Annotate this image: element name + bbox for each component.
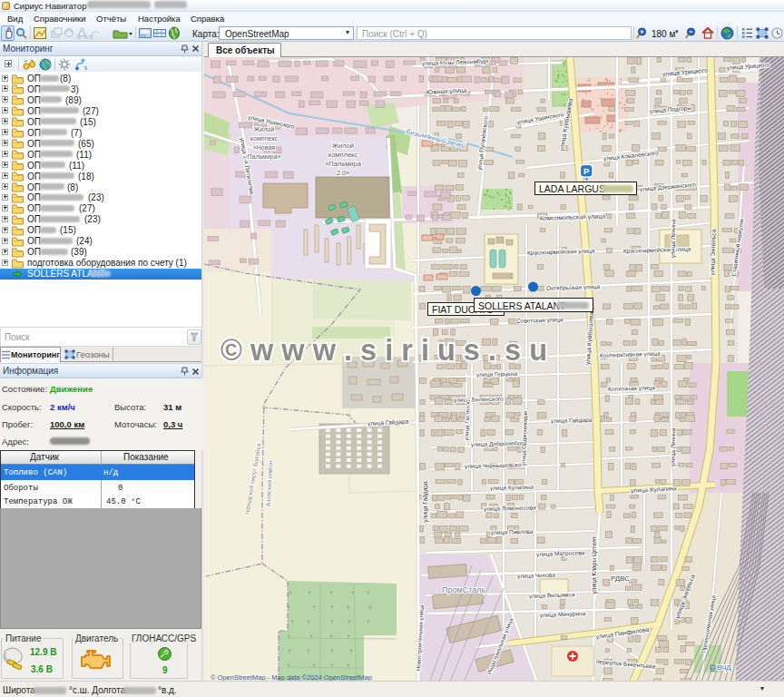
- svg-text:комплекс: комплекс: [328, 151, 358, 159]
- svg-text:ВЧД: ВЧД: [717, 663, 731, 672]
- svg-text:«Новая: «Новая: [253, 144, 275, 151]
- svg-text:Пальмира»: Пальмира»: [247, 153, 280, 161]
- svg-text:улица Клары Цеткин: улица Клары Цеткин: [591, 536, 598, 594]
- svg-text:Жилой: Жилой: [332, 142, 354, 150]
- svg-text:улица Гайдара: улица Гайдара: [422, 481, 429, 523]
- svg-text:РДВС: РДВС: [611, 574, 630, 583]
- svg-text:P: P: [583, 166, 590, 176]
- svg-text:9: 9: [84, 65, 87, 71]
- svg-text:LADA LARGUS: LADA LARGUS: [539, 183, 605, 194]
- svg-text:комплекс: комплекс: [250, 135, 279, 142]
- svg-text:© w w w . s i r i u s . s u: © w w w . s i r i u s . s u: [220, 333, 547, 367]
- svg-text:Жилой: Жилой: [254, 126, 274, 133]
- svg-text:2.0»: 2.0»: [337, 169, 350, 177]
- svg-text:ПромСталь: ПромСталь: [442, 585, 485, 594]
- svg-text:SOLLERS ATALANT: SOLLERS ATALANT: [478, 300, 566, 311]
- svg-text:«Пальмира: «Пальмира: [325, 160, 362, 168]
